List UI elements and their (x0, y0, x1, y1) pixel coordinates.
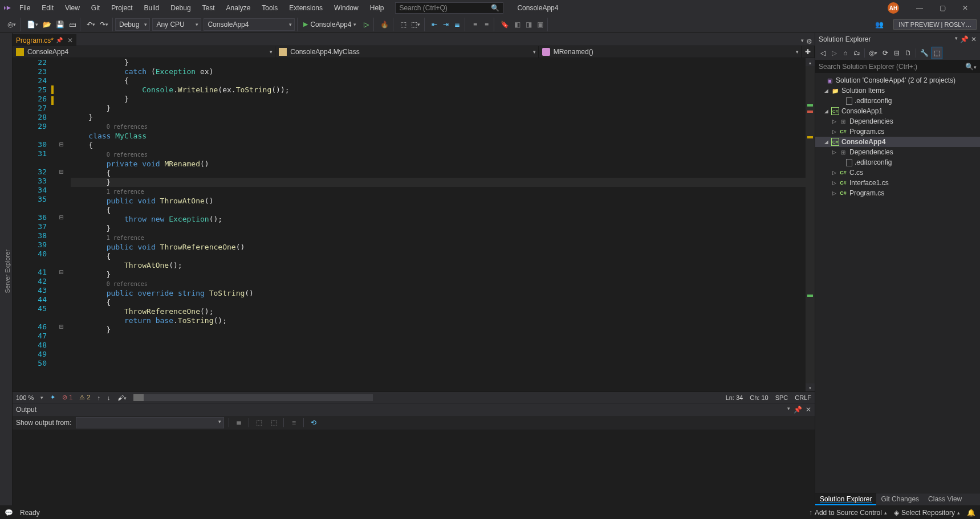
menu-git[interactable]: Git (87, 2, 104, 14)
se-refresh-button[interactable]: ⟳ (880, 47, 890, 59)
startup-project-dropdown[interactable]: ConsoleApp4 (204, 18, 295, 31)
output-wrap-button[interactable]: ≡ (288, 416, 299, 429)
hot-reload-button[interactable]: 🔥 (379, 18, 391, 31)
menu-test[interactable]: Test (198, 2, 219, 14)
menu-debug[interactable]: Debug (166, 2, 195, 14)
step-button-1[interactable]: ⬚ (398, 18, 408, 31)
bookmark-nav[interactable]: ◧ (512, 18, 522, 31)
se-fwd-button[interactable]: ▷ (829, 47, 839, 59)
menu-build[interactable]: Build (140, 2, 164, 14)
zoom-level[interactable]: 100 % (16, 394, 34, 401)
open-button[interactable]: 📂 (41, 18, 53, 31)
select-repository-button[interactable]: ◈ Select Repository ▴ (894, 509, 960, 517)
vertical-scrollbar[interactable]: ▴ ▾ (806, 58, 815, 391)
scroll-down-icon[interactable]: ▾ (806, 383, 815, 391)
global-search[interactable]: Search (Ctrl+Q) 🔍 (395, 2, 503, 14)
nav-type-dropdown[interactable]: ConsoleApp4.MyClass (275, 46, 538, 58)
nav-project-dropdown[interactable]: ConsoleApp4 (13, 46, 275, 58)
indent-mode[interactable]: SPC (775, 394, 788, 401)
indent-button[interactable]: ⇤ (429, 18, 440, 31)
bookmark-clear[interactable]: ▣ (535, 18, 545, 31)
live-share-button[interactable]: 👥 (873, 18, 885, 31)
start-without-debug-button[interactable]: ▷ (361, 18, 371, 31)
menu-window[interactable]: Window (330, 2, 363, 14)
save-button[interactable]: 💾 (54, 18, 66, 31)
se-switch-view-button[interactable]: 🗂 (852, 47, 862, 59)
tab-git-changes[interactable]: Git Changes (876, 493, 924, 505)
tree-project-1[interactable]: ◢C#ConsoleApp1 (815, 106, 980, 116)
code-text[interactable]: } catch (Exception ex) { Console.WriteLi… (66, 58, 806, 391)
tree-solution-items[interactable]: ◢📁Solution Items (815, 85, 980, 96)
se-show-all-button[interactable]: 🗋 (903, 47, 913, 59)
menu-project[interactable]: Project (107, 2, 137, 14)
tree-solution-node[interactable]: ▣Solution 'ConsoleApp4' (2 of 2 projects… (815, 75, 980, 85)
panel-close-icon[interactable]: ✕ (971, 35, 977, 43)
tree-deps-1[interactable]: ▷⊞Dependencies (815, 116, 980, 126)
bookmark-nav2[interactable]: ◨ (523, 18, 534, 31)
nav-up-icon[interactable]: ↑ (97, 394, 101, 401)
tree-c-cs[interactable]: ▷C#C.cs (815, 167, 980, 178)
fold-gutter[interactable]: ⊟ ⊟ ⊟ ⊟ ⊟ (57, 58, 66, 391)
menu-edit[interactable]: Edit (37, 2, 58, 14)
tab-overflow-icon[interactable]: ▾ (801, 38, 804, 46)
platform-dropdown[interactable]: Any CPU (152, 18, 201, 31)
start-debug-button[interactable]: ▶ConsoleApp4 ▾ (300, 18, 360, 31)
se-sync-button[interactable]: ◎▾ (867, 47, 879, 59)
menu-extensions[interactable]: Extensions (284, 2, 327, 14)
format-button[interactable]: ≣ (452, 18, 462, 31)
se-home-button[interactable]: ⌂ (840, 47, 851, 59)
output-clear-button[interactable]: ≣ (234, 416, 244, 429)
output-toggle-2[interactable]: ⬚ (269, 416, 279, 429)
panel-dropdown-icon[interactable]: ▾ (787, 406, 790, 414)
tree-project-2[interactable]: ◢C#ConsoleApp4 (815, 137, 980, 147)
solution-explorer-search[interactable]: Search Solution Explorer (Ctrl+;) 🔍▾ (815, 60, 980, 73)
overview-ruler[interactable] (806, 66, 815, 383)
output-find-button[interactable]: ⟲ (308, 416, 319, 429)
redo-button[interactable]: ↷ ▾ (98, 18, 110, 31)
warning-count[interactable]: ⚠ 2 (79, 394, 90, 401)
se-back-button[interactable]: ◁ (818, 47, 828, 59)
file-tab-program[interactable]: Program.cs* 📌 ✕ (13, 34, 76, 46)
health-icon[interactable]: ✦ (50, 394, 55, 401)
menu-tools[interactable]: Tools (257, 2, 282, 14)
solution-tree[interactable]: ▣Solution 'ConsoleApp4' (2 of 2 projects… (815, 73, 980, 493)
pin-icon[interactable]: 📌 (56, 37, 63, 43)
preview-channel-button[interactable]: INT PREVIEW | ROSLY… (893, 19, 977, 30)
notifications-icon[interactable]: 🔔 (967, 509, 975, 517)
scroll-up-icon[interactable]: ▴ (806, 58, 815, 66)
menu-file[interactable]: File (15, 2, 35, 14)
nav-down-icon[interactable]: ↓ (107, 394, 111, 401)
se-properties-button[interactable]: 🔧 (918, 47, 930, 59)
se-collapse-button[interactable]: ⊟ (892, 47, 902, 59)
output-source-dropdown[interactable] (76, 417, 224, 428)
output-text-area[interactable] (13, 430, 815, 505)
save-all-button[interactable]: 🗃 (67, 18, 78, 31)
outdent-button[interactable]: ⇥ (441, 18, 451, 31)
tab-settings-icon[interactable]: ⚙ (806, 38, 812, 46)
line-ending[interactable]: CRLF (795, 394, 811, 401)
se-preview-button[interactable]: ⬚ (932, 47, 942, 59)
maximize-button[interactable]: ▢ (931, 1, 954, 15)
panel-menu-icon[interactable]: ▾ (955, 35, 958, 43)
new-item-button[interactable]: 📄▾ (25, 18, 40, 31)
tab-class-view[interactable]: Class View (924, 493, 966, 505)
code-editor[interactable]: 22 23 24 25 26 27 28 29 30 31 32 33 34 3… (13, 58, 815, 391)
error-count[interactable]: ⊘ 1 (62, 394, 72, 401)
output-toggle-1[interactable]: ⬚ (254, 416, 264, 429)
close-tab-icon[interactable]: ✕ (67, 36, 73, 44)
split-editor-button[interactable]: ✚ (802, 46, 815, 58)
bookmark-button[interactable]: 🔖 (499, 18, 511, 31)
nav-member-dropdown[interactable]: MRenamed() (539, 46, 802, 58)
user-avatar[interactable]: AH (888, 2, 899, 14)
tree-interface1[interactable]: ▷C#Interface1.cs (815, 178, 980, 188)
comment-button[interactable]: ≡ (470, 18, 480, 31)
panel-pin-icon[interactable]: 📌 (960, 35, 969, 43)
feedback-icon[interactable]: 💬 (5, 509, 13, 517)
panel-close-icon[interactable]: ✕ (806, 406, 811, 414)
tree-program-2[interactable]: ▷C#Program.cs (815, 188, 980, 198)
menu-analyze[interactable]: Analyze (222, 2, 255, 14)
back-nav-button[interactable]: ◎ ▾ (6, 18, 18, 31)
tree-editorconfig-2[interactable]: .editorconfig (815, 157, 980, 167)
tree-editorconfig[interactable]: .editorconfig (815, 96, 980, 106)
tree-program-1[interactable]: ▷C#Program.cs (815, 126, 980, 137)
